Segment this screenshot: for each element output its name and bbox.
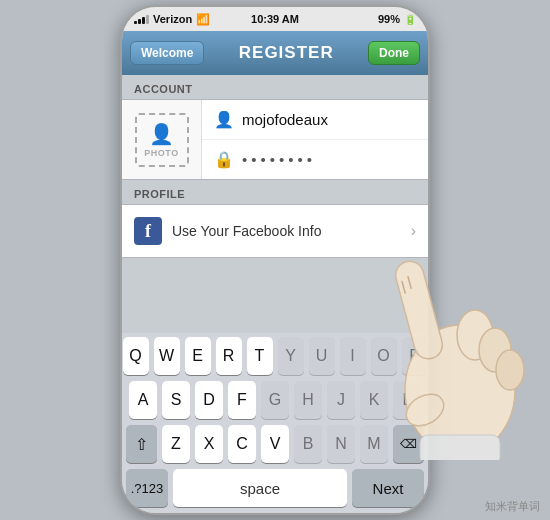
key-row-3: ⇧ Z X C V B N M ⌫ [122,421,428,465]
key-D[interactable]: D [195,381,223,419]
status-right: 99% 🔋 [378,13,416,25]
battery-label: 99% [378,13,400,25]
person-icon: 👤 [149,122,174,146]
wifi-icon: 📶 [196,13,210,26]
key-W[interactable]: W [154,337,180,375]
back-button[interactable]: Welcome [130,41,204,65]
key-Y[interactable]: Y [278,337,304,375]
fields-area: 👤 mojofodeaux 🔒 •••••••• [202,100,428,179]
password-row: 🔒 •••••••• [202,140,428,179]
account-section: 👤 PHOTO 👤 mojofodeaux 🔒 •••••••• [122,99,428,180]
key-T[interactable]: T [247,337,273,375]
keyboard: Q W E R T Y U I O P A S D F G H J K [122,333,428,513]
key-row-2: A S D F G H J K L [122,377,428,421]
key-J[interactable]: J [327,381,355,419]
key-R[interactable]: R [216,337,242,375]
key-U[interactable]: U [309,337,335,375]
key-123[interactable]: .?123 [126,469,168,507]
key-I[interactable]: I [340,337,366,375]
key-C[interactable]: C [228,425,256,463]
facebook-label: Use Your Facebook Info [172,223,401,239]
key-X[interactable]: X [195,425,223,463]
key-A[interactable]: A [129,381,157,419]
done-button[interactable]: Done [368,41,420,65]
status-bar: Verizon 📶 10:39 AM 99% 🔋 [122,7,428,31]
signal-bars [134,14,149,24]
svg-point-6 [496,350,524,390]
username-value[interactable]: mojofodeaux [242,111,328,128]
nav-bar: Welcome REGISTER Done [122,31,428,75]
key-F[interactable]: F [228,381,256,419]
watermark: 知米背单词 [485,499,540,514]
person-field-icon: 👤 [214,110,234,129]
space-key[interactable]: space [173,469,347,507]
next-key[interactable]: Next [352,469,424,507]
phone-frame: Verizon 📶 10:39 AM 99% 🔋 Welcome REGISTE… [120,5,430,515]
key-B[interactable]: B [294,425,322,463]
lock-field-icon: 🔒 [214,150,234,169]
facebook-icon: f [134,217,162,245]
key-row-bottom: .?123 space Next [122,465,428,513]
key-L[interactable]: L [393,381,421,419]
key-S[interactable]: S [162,381,190,419]
carrier-label: Verizon [153,13,192,25]
key-K[interactable]: K [360,381,388,419]
main-content: ACCOUNT 👤 PHOTO 👤 mojofodeaux 🔒 [122,75,428,333]
key-O[interactable]: O [371,337,397,375]
photo-label: PHOTO [144,148,178,158]
key-M[interactable]: M [360,425,388,463]
key-Z[interactable]: Z [162,425,190,463]
chevron-right-icon: › [411,222,416,240]
key-V[interactable]: V [261,425,289,463]
photo-placeholder: 👤 PHOTO [135,113,189,167]
username-row: 👤 mojofodeaux [202,100,428,140]
svg-rect-8 [420,435,500,460]
password-value[interactable]: •••••••• [242,151,316,168]
account-section-header: ACCOUNT [122,75,428,99]
status-left: Verizon 📶 [134,13,210,26]
facebook-row[interactable]: f Use Your Facebook Info › [122,204,428,258]
nav-title: REGISTER [239,43,334,63]
key-G[interactable]: G [261,381,289,419]
key-row-1: Q W E R T Y U I O P [122,333,428,377]
battery-icon: 🔋 [404,14,416,25]
key-E[interactable]: E [185,337,211,375]
svg-point-5 [479,328,511,372]
key-H[interactable]: H [294,381,322,419]
photo-area[interactable]: 👤 PHOTO [122,100,202,179]
key-N[interactable]: N [327,425,355,463]
key-Q[interactable]: Q [123,337,149,375]
shift-key[interactable]: ⇧ [126,425,157,463]
profile-section-header: PROFILE [122,180,428,204]
delete-key[interactable]: ⌫ [393,425,424,463]
svg-point-4 [457,310,493,360]
key-P[interactable]: P [402,337,428,375]
time-display: 10:39 AM [251,13,299,25]
